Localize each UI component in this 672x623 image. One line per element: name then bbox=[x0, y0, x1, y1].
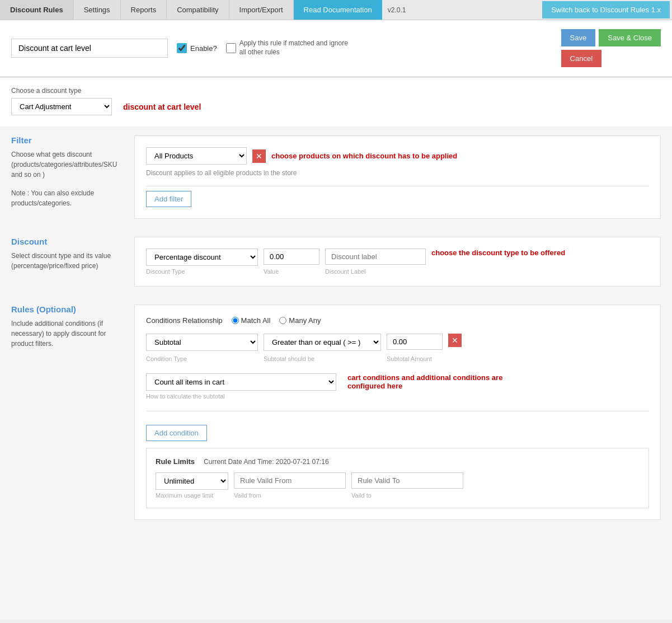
many-any-label: Many Any bbox=[289, 316, 321, 325]
filter-panel-left: Filter Choose what gets discount (produc… bbox=[11, 135, 134, 219]
rule-limits-date: Current Date And Time: 2020-07-21 07:16 bbox=[204, 458, 328, 466]
sublabel-valid-from: Vaild from bbox=[234, 492, 346, 499]
sublabel-condition-type: Condition Type bbox=[146, 355, 258, 362]
condition-row: Subtotal Greater than or equal ( >= ) ✕ bbox=[146, 334, 649, 351]
main-content: Enable? Apply this rule if matched and i… bbox=[0, 20, 672, 620]
tab-settings[interactable]: Settings bbox=[74, 0, 121, 20]
enable-label: Enable? bbox=[190, 44, 217, 53]
save-button[interactable]: Save bbox=[561, 29, 596, 46]
filter-panel-right: All Products ✕ choose products on which … bbox=[134, 135, 661, 219]
discount-panel: Discount Select discount type and its va… bbox=[0, 228, 672, 296]
discount-panel-right: Percentage discount choose the discount … bbox=[134, 237, 661, 287]
many-any-radio-label[interactable]: Many Any bbox=[279, 316, 321, 325]
filter-annotation: choose products on which discount has to… bbox=[271, 152, 457, 160]
filter-desc: Choose what gets discount (products/cate… bbox=[11, 149, 123, 180]
many-any-radio[interactable] bbox=[279, 317, 286, 324]
discount-desc: Select discount type and its value (perc… bbox=[11, 251, 123, 271]
read-documentation-button[interactable]: Read Documentation bbox=[294, 0, 382, 20]
rules-desc: Include additional conditions (if necess… bbox=[11, 318, 123, 349]
filter-title: Filter bbox=[11, 135, 123, 145]
apply-rule-checkbox[interactable] bbox=[226, 43, 236, 53]
discount-title: Discount bbox=[11, 237, 123, 246]
discount-value-input[interactable] bbox=[264, 249, 319, 265]
rule-limits-title: Rule Limits bbox=[156, 457, 195, 466]
save-close-button[interactable]: Save & Close bbox=[599, 29, 661, 46]
filter-panel: Filter Choose what gets discount (produc… bbox=[0, 127, 672, 228]
tab-import-export[interactable]: Import/Export bbox=[229, 0, 294, 20]
discount-type-annotation: discount at cart level bbox=[123, 102, 201, 111]
valid-to-input[interactable] bbox=[351, 472, 463, 489]
sublabel-max-usage: Maximum usage limit bbox=[156, 492, 228, 499]
condition-type-select[interactable]: Subtotal bbox=[146, 334, 258, 351]
sublabel-discount-label: Discount Label bbox=[325, 268, 426, 275]
enable-checkbox[interactable] bbox=[177, 43, 187, 53]
nav-bar: Discount Rules Settings Reports Compatib… bbox=[0, 0, 672, 20]
conditions-relationship: Conditions Relationship Match All Many A… bbox=[146, 316, 649, 325]
rules-annotation: cart conditions and additional condition… bbox=[347, 373, 504, 390]
cancel-button[interactable]: Cancel bbox=[561, 50, 601, 67]
rule-limits-section: Rule Limits Current Date And Time: 2020-… bbox=[146, 448, 649, 508]
discount-type-select[interactable]: Cart Adjustment bbox=[11, 98, 112, 115]
discount-label-input[interactable] bbox=[325, 249, 426, 265]
enable-section: Enable? bbox=[177, 43, 217, 53]
discount-type-label: Choose a discount type bbox=[11, 87, 661, 95]
tab-compatibility[interactable]: Compatibility bbox=[167, 0, 229, 20]
discount-annotation: choose the discount type to be offered bbox=[431, 249, 565, 257]
apply-label: Apply this rule if matched and ignore al… bbox=[239, 39, 351, 57]
rules-panel-left: Rules (Optional) Include additional cond… bbox=[11, 305, 134, 520]
discount-inputs-row: Percentage discount choose the discount … bbox=[146, 249, 649, 266]
condition-amount-input[interactable] bbox=[387, 334, 443, 350]
count-items-label: How to calculate the subtotal bbox=[146, 393, 336, 400]
remove-filter-button[interactable]: ✕ bbox=[252, 149, 266, 163]
conditions-relationship-label: Conditions Relationship bbox=[146, 316, 223, 325]
discount-panel-left: Discount Select discount type and its va… bbox=[11, 237, 134, 287]
tab-discount-rules[interactable]: Discount Rules bbox=[0, 0, 74, 20]
version-label: v2.0.1 bbox=[382, 6, 412, 14]
action-buttons: Save Save & Close Cancel bbox=[561, 29, 661, 67]
max-usage-select[interactable]: Unlimited bbox=[156, 472, 228, 490]
rules-panel: Rules (Optional) Include additional cond… bbox=[0, 296, 672, 529]
sublabel-valid-to: Vaild to bbox=[351, 492, 463, 499]
remove-condition-button[interactable]: ✕ bbox=[448, 334, 462, 347]
rules-panel-right: Conditions Relationship Match All Many A… bbox=[134, 305, 661, 520]
apply-section: Apply this rule if matched and ignore al… bbox=[226, 39, 552, 57]
valid-from-input[interactable] bbox=[234, 472, 346, 489]
filter-row: All Products ✕ choose products on which … bbox=[146, 147, 649, 165]
sublabel-discount-value: Value bbox=[264, 268, 319, 275]
discount-sublabels: Discount Type Value Discount Label bbox=[146, 268, 649, 275]
add-filter-button[interactable]: Add filter bbox=[146, 191, 191, 207]
sublabel-subtotal-amount: Subtotal Amount bbox=[387, 355, 443, 362]
filter-note: Note : You can also exclude products/cat… bbox=[11, 188, 123, 208]
sublabel-subtotal-should-be: Subtotal should be bbox=[264, 355, 381, 362]
top-section: Enable? Apply this rule if matched and i… bbox=[0, 20, 672, 78]
match-all-radio[interactable] bbox=[232, 317, 239, 324]
sublabel-discount-type: Discount Type bbox=[146, 268, 258, 275]
match-all-radio-label[interactable]: Match All bbox=[232, 316, 271, 325]
match-all-label: Match All bbox=[241, 316, 271, 325]
condition-op-select[interactable]: Greater than or equal ( >= ) bbox=[264, 334, 381, 351]
count-items-select[interactable]: Count all items in cart bbox=[146, 373, 336, 391]
filter-hint: Discount applies to all eligible product… bbox=[146, 169, 649, 177]
switch-back-button[interactable]: Switch back to Discount Rules 1.x bbox=[542, 1, 670, 18]
tab-reports[interactable]: Reports bbox=[121, 0, 167, 20]
rule-limits-inputs: Unlimited bbox=[156, 472, 640, 490]
condition-sublabels: Condition Type Subtotal should be Subtot… bbox=[146, 355, 649, 362]
filter-select[interactable]: All Products bbox=[146, 147, 247, 165]
add-condition-button[interactable]: Add condition bbox=[146, 425, 207, 441]
rule-name-input[interactable] bbox=[11, 39, 168, 58]
rule-limits-sublabels: Maximum usage limit Vaild from Vaild to bbox=[156, 492, 640, 499]
discount-type-input[interactable]: Percentage discount bbox=[146, 249, 258, 266]
rule-limits-header: Rule Limits Current Date And Time: 2020-… bbox=[156, 457, 640, 466]
discount-type-section: Choose a discount type Cart Adjustment d… bbox=[0, 78, 672, 127]
rules-title: Rules (Optional) bbox=[11, 305, 123, 314]
